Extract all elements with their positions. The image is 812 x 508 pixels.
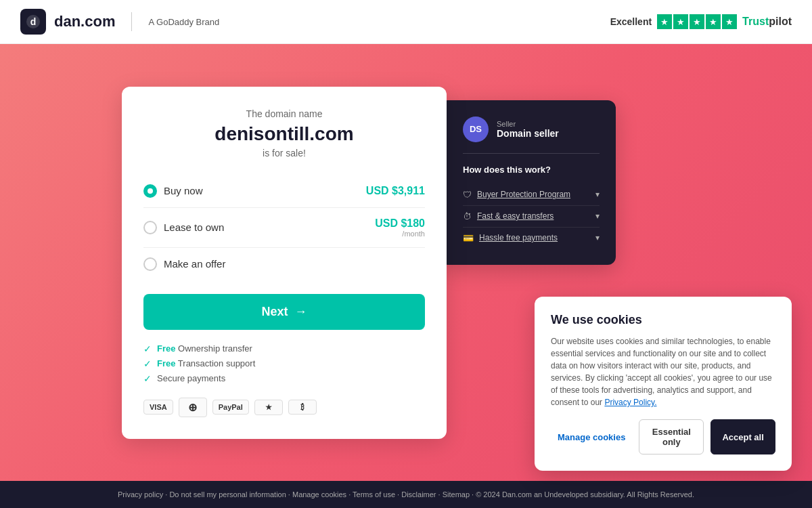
- amex-icon: ★: [254, 400, 283, 415]
- lease-price: USD $180: [375, 217, 425, 230]
- payment-icons-row: VISA ⊕ PayPal ★ ₿: [143, 398, 425, 417]
- fast-transfers-left: ⏱ Fast & easy transfers: [463, 211, 554, 221]
- chevron-down-icon-3: ▾: [595, 233, 600, 242]
- lease-left: Lease to own: [143, 221, 224, 234]
- seller-card: DS Seller Domain seller How does this wo…: [440, 100, 616, 265]
- logo-text: dan.com: [54, 13, 115, 30]
- check-icon-1: ✓: [143, 343, 152, 354]
- footer-links: Privacy policy · Do not sell my personal…: [20, 490, 792, 499]
- lease-radio[interactable]: [143, 221, 157, 234]
- domain-sale-label: is for sale!: [143, 148, 425, 158]
- buyer-protection-item[interactable]: 🛡 Buyer Protection Program ▾: [463, 184, 600, 206]
- buy-now-option[interactable]: Buy now USD $3,911: [143, 175, 425, 207]
- lease-price-block: USD $180 /month: [375, 217, 425, 238]
- next-button[interactable]: Next →: [143, 294, 425, 330]
- shield-icon: 🛡: [463, 190, 472, 200]
- accept-all-button[interactable]: Accept all: [710, 419, 775, 454]
- lease-price-sub: /month: [375, 230, 425, 238]
- buyer-protection-label: Buyer Protection Program: [477, 190, 570, 199]
- trustpilot-stars: ★ ★ ★ ★ ★: [657, 14, 737, 29]
- dan-logo-icon: d: [20, 9, 46, 35]
- privacy-policy-link[interactable]: Privacy Policy.: [604, 398, 656, 407]
- secure-label: Secure payments: [157, 373, 225, 383]
- domain-name: denisontill.com: [143, 123, 425, 145]
- next-arrow-icon: →: [295, 305, 307, 319]
- trustpilot-excellent: Excellent: [610, 16, 652, 27]
- crypto-icon: ₿: [288, 400, 317, 415]
- seller-role: Seller: [497, 120, 559, 128]
- fast-transfers-label: Fast & easy transfers: [477, 211, 554, 221]
- mastercard-icon: ⊕: [179, 398, 207, 417]
- star-3: ★: [690, 14, 704, 29]
- buy-now-price: USD $3,911: [366, 185, 425, 197]
- logo-group: d dan.com A GoDaddy Brand: [20, 9, 219, 35]
- paypal-icon: PayPal: [212, 400, 249, 415]
- seller-divider: [463, 153, 600, 154]
- feature-ownership: ✓ Free Ownership transfer: [143, 343, 425, 354]
- cookie-title: We use cookies: [551, 313, 775, 327]
- free-label-1: Free Ownership transfer: [157, 343, 252, 354]
- check-icon-3: ✓: [143, 373, 152, 384]
- check-icon-2: ✓: [143, 358, 152, 369]
- visa-icon: VISA: [143, 400, 173, 415]
- trustpilot-section: Excellent ★ ★ ★ ★ ★ Trustpilot: [610, 14, 792, 29]
- domain-card: The domain name denisontill.com is for s…: [122, 87, 447, 439]
- cookie-banner: We use cookies Our website uses cookies …: [535, 297, 792, 471]
- hassle-free-left: 💳 Hassle free payments: [463, 233, 558, 243]
- buy-now-label: Buy now: [164, 185, 203, 196]
- fast-transfers-item[interactable]: ⏱ Fast & easy transfers ▾: [463, 206, 600, 228]
- free-label-2: Free Transaction support: [157, 358, 255, 368]
- feature-secure: ✓ Secure payments: [143, 373, 425, 384]
- star-1: ★: [657, 14, 672, 29]
- star-4: ★: [706, 14, 721, 29]
- seller-name: Domain seller: [497, 128, 559, 139]
- features-list: ✓ Free Ownership transfer ✓ Free Transac…: [143, 343, 425, 384]
- hassle-free-item[interactable]: 💳 Hassle free payments ▾: [463, 228, 600, 249]
- offer-option[interactable]: Make an offer: [143, 247, 425, 280]
- star-2: ★: [673, 14, 688, 29]
- seller-details: Seller Domain seller: [497, 120, 559, 139]
- lease-option[interactable]: Lease to own USD $180 /month: [143, 207, 425, 247]
- logo-divider: [131, 12, 132, 31]
- manage-cookies-button[interactable]: Manage cookies: [551, 419, 632, 454]
- essential-only-button[interactable]: Essential only: [639, 419, 704, 454]
- buy-now-price-block: USD $3,911: [366, 185, 425, 197]
- star-5: ★: [722, 14, 737, 29]
- offer-label: Make an offer: [164, 258, 225, 270]
- lease-label: Lease to own: [164, 221, 224, 233]
- cookie-description: Our website uses cookies and similar tec…: [551, 335, 775, 408]
- hassle-free-label: Hassle free payments: [479, 233, 558, 242]
- next-button-label: Next: [261, 305, 288, 319]
- godaddy-label: A GoDaddy Brand: [148, 17, 219, 27]
- page-header: d dan.com A GoDaddy Brand Excellent ★ ★ …: [0, 0, 812, 44]
- buy-now-radio[interactable]: [143, 184, 157, 198]
- seller-avatar: DS: [463, 117, 489, 142]
- payment-icon-sm: 💳: [463, 233, 474, 243]
- seller-info: DS Seller Domain seller: [463, 117, 600, 142]
- clock-icon: ⏱: [463, 211, 472, 221]
- page-footer: Privacy policy · Do not sell my personal…: [0, 481, 812, 508]
- feature-transaction: ✓ Free Transaction support: [143, 358, 425, 369]
- domain-subtitle: The domain name: [143, 108, 425, 119]
- offer-left: Make an offer: [143, 257, 225, 271]
- buyer-protection-left: 🛡 Buyer Protection Program: [463, 190, 570, 200]
- buy-now-left: Buy now: [143, 184, 203, 198]
- how-works-heading: How does this work?: [463, 165, 600, 175]
- svg-text:d: d: [30, 16, 37, 27]
- chevron-down-icon-2: ▾: [595, 211, 600, 221]
- offer-radio[interactable]: [143, 257, 157, 271]
- cookie-buttons-row: Manage cookies Essential only Accept all: [551, 419, 775, 454]
- chevron-down-icon-1: ▾: [595, 190, 600, 199]
- trustpilot-logo: Trustpilot: [742, 16, 792, 28]
